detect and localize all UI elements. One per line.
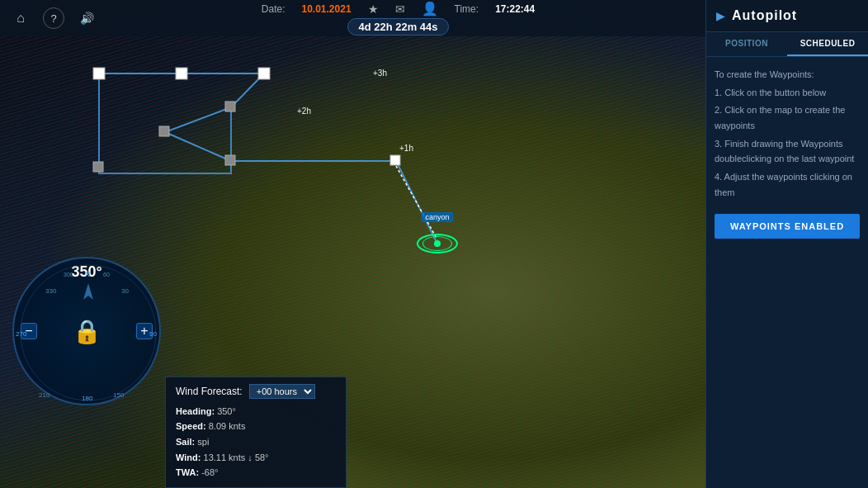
wind-panel: Wind Forecast: +00 hours Heading: 350° S… bbox=[165, 377, 347, 488]
svg-text:N: N bbox=[85, 270, 91, 278]
sidebar-content: To create the Waypoints: 1. Click on the… bbox=[706, 57, 868, 488]
wind-forecast-title: Wind Forecast: bbox=[176, 386, 243, 397]
svg-text:150: 150 bbox=[113, 391, 125, 399]
svg-text:270: 270 bbox=[16, 330, 27, 338]
instruction-4: 4. Adjust the waypoints clicking on them bbox=[715, 169, 860, 200]
countdown-badge: 4d 22h 22m 44s bbox=[347, 18, 448, 36]
wind-header: Wind Forecast: +00 hours bbox=[176, 384, 336, 399]
svg-text:300: 300 bbox=[64, 272, 73, 277]
instructions: To create the Waypoints: 1. Click on the… bbox=[715, 67, 860, 201]
date-value: 10.01.2021 bbox=[302, 3, 351, 15]
speed-label: Speed: bbox=[176, 421, 206, 431]
toolbar-center: Date: 10.01.2021 ★ ✉ 👤 Time: 17:22:44 4d… bbox=[99, 1, 697, 36]
sail-value: spi bbox=[197, 437, 209, 447]
user-icon[interactable]: 👤 bbox=[422, 1, 438, 17]
boat-marker: canyon bbox=[413, 227, 462, 260]
date-time-row: Date: 10.01.2021 ★ ✉ 👤 Time: 17:22:44 bbox=[262, 1, 535, 17]
sidebar-header: ▶ Autopilot bbox=[706, 0, 868, 32]
twa-label: TWA: bbox=[176, 467, 199, 477]
sound-button[interactable]: 🔊 bbox=[74, 6, 99, 31]
boat-dot bbox=[434, 240, 441, 247]
tab-scheduled[interactable]: SCHEDULED bbox=[787, 32, 868, 56]
svg-text:30: 30 bbox=[121, 287, 129, 295]
svg-text:330: 330 bbox=[45, 287, 57, 295]
heading-value: 350° bbox=[217, 406, 236, 416]
help-button[interactable]: ? bbox=[43, 7, 64, 29]
speed-value: 8.09 knts bbox=[209, 421, 246, 431]
wind-time-select[interactable]: +00 hours bbox=[249, 384, 315, 399]
tab-position[interactable]: POSITION bbox=[706, 32, 787, 56]
map-background bbox=[0, 0, 705, 488]
svg-marker-27 bbox=[83, 283, 93, 300]
wind-data: Heading: 350° Speed: 8.09 knts Sail: spi… bbox=[176, 404, 336, 481]
boat-label: canyon bbox=[421, 212, 453, 222]
compass-background: − 350° 🔒 + N 270 90 180 330 150 30 210 3… bbox=[12, 257, 161, 405]
compass: − 350° 🔒 + N 270 90 180 330 150 30 210 3… bbox=[12, 257, 161, 405]
toolbar-left: ⌂ ? 🔊 bbox=[8, 6, 99, 31]
twa-value: -68° bbox=[201, 467, 218, 477]
heading-label: Heading: bbox=[176, 406, 215, 416]
instruction-3: 3. Finish drawing the Waypoints doublecl… bbox=[715, 136, 860, 167]
svg-text:210: 210 bbox=[39, 391, 50, 399]
map-area[interactable]: +3h +2h +1h canyon ⌂ ? 🔊 Date: 10.01.202… bbox=[0, 0, 705, 488]
home-button[interactable]: ⌂ bbox=[8, 6, 33, 31]
instruction-1: 1. Click on the button below bbox=[715, 85, 860, 101]
star-icon[interactable]: ★ bbox=[368, 2, 379, 16]
compass-ticks: N 270 90 180 330 150 30 210 300 60 bbox=[14, 258, 159, 404]
wind-value: 13.11 knts ↓ 58° bbox=[204, 452, 269, 462]
svg-text:180: 180 bbox=[82, 395, 93, 402]
sidebar-title: Autopilot bbox=[732, 8, 797, 23]
waypoints-enabled-button[interactable]: WAYPOINTS ENABLED bbox=[715, 214, 860, 239]
message-icon[interactable]: ✉ bbox=[395, 2, 405, 16]
sidebar: ▶ Autopilot POSITION SCHEDULED To create… bbox=[705, 0, 868, 488]
instruction-2: 2. Click on the map to create the waypoi… bbox=[715, 102, 860, 133]
svg-text:60: 60 bbox=[103, 272, 110, 277]
wind-label: Wind: bbox=[176, 452, 200, 462]
instruction-0: To create the Waypoints: bbox=[715, 67, 860, 83]
time-value: 17:22:44 bbox=[495, 3, 535, 15]
sidebar-tabs: POSITION SCHEDULED bbox=[706, 32, 868, 57]
top-toolbar: ⌂ ? 🔊 Date: 10.01.2021 ★ ✉ 👤 Time: 17:22… bbox=[0, 0, 705, 36]
time-label: Time: bbox=[455, 3, 479, 15]
sidebar-chevron-icon[interactable]: ▶ bbox=[716, 9, 725, 22]
svg-text:90: 90 bbox=[149, 330, 157, 338]
date-label: Date: bbox=[262, 3, 285, 15]
sail-label: Sail: bbox=[176, 437, 195, 447]
